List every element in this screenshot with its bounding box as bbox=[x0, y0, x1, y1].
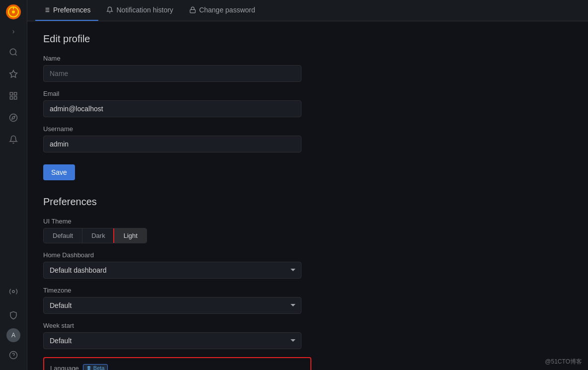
sidebar-item-help[interactable] bbox=[3, 345, 23, 365]
username-field-group: Username bbox=[43, 125, 572, 152]
sidebar-item-server-admin[interactable] bbox=[3, 305, 23, 325]
name-label: Name bbox=[43, 55, 572, 62]
week-start-label: Week start bbox=[43, 322, 572, 329]
sidebar: › A bbox=[0, 0, 27, 370]
email-label: Email bbox=[43, 90, 572, 97]
svg-rect-10 bbox=[14, 97, 17, 99]
ui-theme-label: UI Theme bbox=[43, 218, 572, 225]
sidebar-expand-button[interactable]: › bbox=[7, 25, 19, 37]
language-label: Language bbox=[50, 365, 79, 370]
page-content: Edit profile Name Email Username Save Pr… bbox=[27, 21, 588, 370]
home-dashboard-group: Home Dashboard Default dashboard bbox=[43, 251, 572, 279]
theme-default-button[interactable]: Default bbox=[44, 228, 82, 243]
edit-profile-title: Edit profile bbox=[43, 33, 572, 45]
profile-save-button[interactable]: Save bbox=[43, 164, 75, 180]
tabs-bar: Preferences Notification history Change … bbox=[27, 0, 588, 21]
svg-rect-7 bbox=[10, 92, 12, 95]
svg-point-13 bbox=[12, 291, 15, 293]
svg-line-5 bbox=[15, 54, 16, 55]
week-start-select[interactable]: Default bbox=[43, 332, 301, 349]
beta-badge: Beta bbox=[83, 364, 108, 370]
watermark: @51CTO博客 bbox=[545, 358, 582, 366]
tab-notification-history[interactable]: Notification history bbox=[98, 0, 181, 21]
user-avatar[interactable]: A bbox=[6, 328, 20, 342]
sidebar-item-explore[interactable] bbox=[3, 108, 23, 128]
svg-marker-6 bbox=[10, 71, 17, 77]
tab-change-password[interactable]: Change password bbox=[181, 0, 263, 21]
svg-marker-12 bbox=[12, 116, 15, 119]
email-field-group: Email bbox=[43, 90, 572, 117]
home-dashboard-label: Home Dashboard bbox=[43, 251, 572, 259]
timezone-label: Timezone bbox=[43, 287, 572, 294]
username-input[interactable] bbox=[43, 136, 301, 152]
email-input[interactable] bbox=[43, 100, 301, 117]
timezone-group: Timezone Default bbox=[43, 287, 572, 314]
username-label: Username bbox=[43, 125, 572, 133]
timezone-select[interactable]: Default bbox=[43, 297, 301, 314]
theme-button-group: Default Dark Light bbox=[43, 228, 147, 243]
language-label-row: Language Beta bbox=[50, 364, 304, 370]
ui-theme-group: UI Theme Default Dark Light bbox=[43, 218, 572, 243]
home-dashboard-select[interactable]: Default dashboard bbox=[43, 262, 301, 279]
tab-preferences[interactable]: Preferences bbox=[35, 0, 98, 21]
sidebar-item-alerting[interactable] bbox=[3, 130, 23, 149]
svg-rect-22 bbox=[190, 9, 196, 12]
week-start-group: Week start Default bbox=[43, 322, 572, 349]
svg-rect-9 bbox=[10, 97, 12, 99]
grafana-logo[interactable] bbox=[5, 4, 21, 21]
name-field-group: Name bbox=[43, 55, 572, 82]
name-input[interactable] bbox=[43, 65, 301, 82]
theme-light-button[interactable]: Light bbox=[115, 228, 147, 243]
language-section: Language Beta 中文（简体） English bbox=[43, 357, 311, 370]
svg-point-2 bbox=[12, 10, 15, 13]
preferences-title: Preferences bbox=[43, 196, 572, 208]
sidebar-item-search[interactable] bbox=[3, 42, 23, 62]
preferences-section: Preferences UI Theme Default Dark Light … bbox=[43, 196, 572, 370]
theme-dark-button[interactable]: Dark bbox=[82, 228, 114, 243]
sidebar-item-dashboards[interactable] bbox=[3, 86, 23, 106]
svg-point-4 bbox=[10, 49, 16, 55]
sidebar-item-configuration[interactable] bbox=[3, 282, 23, 301]
main-content: Preferences Notification history Change … bbox=[27, 0, 588, 370]
svg-point-11 bbox=[10, 114, 17, 122]
svg-rect-8 bbox=[14, 92, 17, 95]
sidebar-item-starred[interactable] bbox=[3, 64, 23, 84]
